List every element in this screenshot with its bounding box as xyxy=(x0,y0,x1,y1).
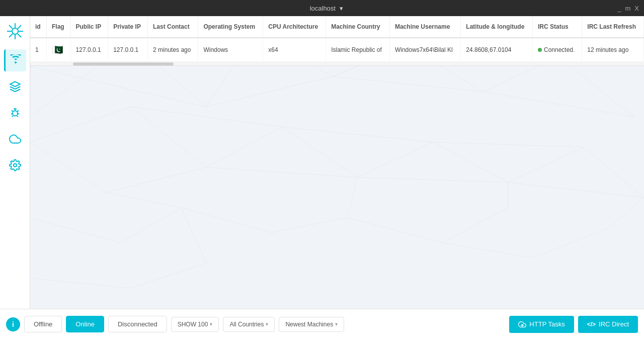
svg-line-59 xyxy=(433,142,584,147)
svg-point-9 xyxy=(15,61,17,63)
svg-line-48 xyxy=(533,228,609,258)
tab-disconnected[interactable]: Disconnected xyxy=(108,316,167,332)
sidebar xyxy=(0,16,30,309)
svg-line-33 xyxy=(433,142,508,182)
svg-line-47 xyxy=(443,243,533,258)
col-header-flag: Flag xyxy=(46,16,70,38)
machines-table: id Flag Public IP Private IP Last Contac… xyxy=(30,16,644,62)
main-layout: .geo-line { stroke: #c8dde8; stroke-widt… xyxy=(0,16,644,309)
svg-line-41 xyxy=(181,208,272,233)
col-header-id: id xyxy=(30,16,46,38)
irc-direct-label: IRC Direct xyxy=(599,320,629,328)
wireless-icon xyxy=(10,54,22,66)
col-header-public-ip: Public IP xyxy=(70,16,108,38)
svg-line-49 xyxy=(609,197,644,228)
svg-line-35 xyxy=(508,147,584,182)
countries-dropdown-arrow: ▾ xyxy=(266,321,268,327)
cloud-upload-icon xyxy=(518,320,526,328)
title-bar: localhost ▾ _ m X xyxy=(0,0,644,16)
title-text: localhost xyxy=(310,5,336,12)
sidebar-item-settings[interactable] xyxy=(4,154,26,176)
title-dropdown-arrow[interactable]: ▾ xyxy=(340,5,343,12)
content-area: .geo-line { stroke: #c8dde8; stroke-widt… xyxy=(30,16,644,309)
svg-line-39 xyxy=(121,208,181,243)
svg-line-5 xyxy=(9,25,13,29)
irc-direct-button[interactable]: </> IRC Direct xyxy=(578,316,638,333)
svg-line-42 xyxy=(272,218,347,233)
svg-line-8 xyxy=(9,34,13,37)
table-header-row: id Flag Public IP Private IP Last Contac… xyxy=(30,16,644,38)
svg-line-58 xyxy=(282,127,433,142)
cell-irc-status: Connected. xyxy=(533,38,582,62)
sort-dropdown[interactable]: Newest Machines ▾ xyxy=(279,317,344,332)
cell-last-contact: 2 minutes ago xyxy=(148,38,198,62)
svg-line-24 xyxy=(483,92,634,117)
cell-os: Windows xyxy=(198,38,263,62)
svg-line-26 xyxy=(131,107,206,167)
layers-icon xyxy=(9,81,21,93)
info-icon[interactable]: i xyxy=(6,317,20,331)
countries-dropdown[interactable]: All Countries ▾ xyxy=(223,317,275,332)
col-header-cpu-arch: CPU Architecture xyxy=(263,16,326,38)
svg-line-36 xyxy=(584,147,644,197)
col-header-private-ip: Private IP xyxy=(108,16,148,38)
svg-line-43 xyxy=(347,177,357,218)
scroll-bar-area[interactable] xyxy=(30,62,644,66)
svg-line-37 xyxy=(508,182,644,197)
http-tasks-label: HTTP Tasks xyxy=(529,320,565,328)
window-title: localhost ▾ xyxy=(35,5,617,12)
sidebar-item-wireless[interactable] xyxy=(4,49,26,72)
http-tasks-button[interactable]: HTTP Tasks xyxy=(509,316,574,333)
app-logo xyxy=(5,21,25,41)
svg-line-31 xyxy=(206,167,357,177)
tab-online[interactable]: Online xyxy=(66,316,104,332)
svg-line-6 xyxy=(18,34,21,37)
cell-public-ip: 127.0.0.1 xyxy=(70,38,108,62)
logo-icon xyxy=(6,22,24,40)
svg-line-27 xyxy=(106,167,206,192)
svg-line-28 xyxy=(30,142,106,192)
col-header-irc-status: IRC Status xyxy=(533,16,582,38)
cell-private-ip: 127.0.0.1 xyxy=(108,38,148,62)
svg-line-21 xyxy=(332,77,483,92)
svg-line-38 xyxy=(30,218,121,243)
show-dropdown-label: SHOW 100 xyxy=(178,321,208,328)
sidebar-item-cloud[interactable] xyxy=(4,128,26,150)
bug-icon xyxy=(9,107,21,119)
col-header-last-contact: Last Contact xyxy=(148,16,198,38)
cell-latlong: 24.8608,67.0104 xyxy=(461,38,533,62)
sidebar-item-layers[interactable] xyxy=(4,76,26,98)
svg-line-57 xyxy=(131,107,282,127)
svg-line-7 xyxy=(18,25,21,29)
bottom-bar: i Offline Online Disconnected SHOW 100 ▾… xyxy=(0,309,644,339)
svg-point-0 xyxy=(12,28,18,34)
svg-line-51 xyxy=(131,263,206,288)
svg-line-45 xyxy=(443,208,508,243)
tab-offline[interactable]: Offline xyxy=(24,316,62,332)
cell-country: Islamic Republic of xyxy=(326,38,390,62)
cell-id: 1 xyxy=(30,38,46,62)
cell-irc-refresh: 12 minutes ago xyxy=(582,38,644,62)
cell-username: Windows7x64\Bilal Kl xyxy=(389,38,460,62)
scroll-bar-thumb[interactable] xyxy=(73,62,174,65)
sidebar-item-bug[interactable] xyxy=(4,102,26,124)
maximize-button[interactable]: m xyxy=(625,5,630,12)
svg-line-25 xyxy=(30,107,131,142)
info-icon-label: i xyxy=(12,320,14,328)
col-header-irc-refresh: IRC Last Refresh xyxy=(582,16,644,38)
sort-dropdown-arrow: ▾ xyxy=(335,321,338,327)
table-row[interactable]: 1 🇵🇰 127.0.0.1 127.0.0.1 2 minutes ago W… xyxy=(30,38,644,62)
bottom-right-buttons: HTTP Tasks </> IRC Direct xyxy=(509,316,638,333)
cell-cpu-arch: x64 xyxy=(263,38,326,62)
col-header-os: Operating System xyxy=(198,16,263,38)
minimize-button[interactable]: _ xyxy=(617,5,621,12)
show-dropdown[interactable]: SHOW 100 ▾ xyxy=(171,317,219,332)
status-dot-connected xyxy=(538,48,542,52)
sort-dropdown-label: Newest Machines xyxy=(285,321,333,328)
svg-line-32 xyxy=(357,142,433,177)
close-button[interactable]: X xyxy=(634,5,639,12)
svg-line-34 xyxy=(357,177,508,182)
svg-point-11 xyxy=(14,164,17,167)
countries-dropdown-label: All Countries xyxy=(229,321,264,328)
settings-icon xyxy=(9,159,21,171)
